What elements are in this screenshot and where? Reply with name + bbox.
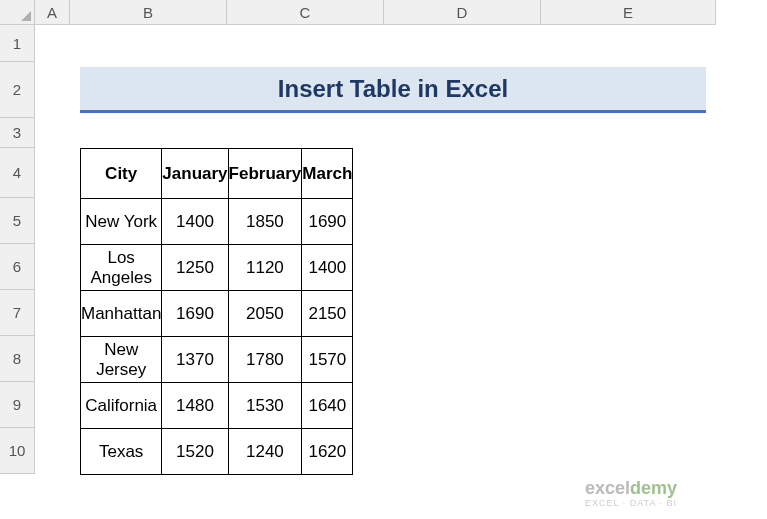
col-header-D[interactable]: D — [384, 0, 541, 24]
header-february[interactable]: February — [228, 149, 302, 199]
cell-value[interactable]: 1530 — [228, 383, 302, 429]
cell-value[interactable]: 1690 — [302, 199, 353, 245]
cell-city[interactable]: Manhattan — [81, 291, 162, 337]
col-header-C[interactable]: C — [227, 0, 384, 24]
cell-value[interactable]: 1640 — [302, 383, 353, 429]
row-header-10[interactable]: 10 — [0, 428, 34, 474]
cell-value[interactable]: 1520 — [162, 429, 228, 475]
cell-city[interactable]: New York — [81, 199, 162, 245]
watermark-tagline: EXCEL · DATA · BI — [585, 499, 677, 509]
table-row: Texas 1520 1240 1620 — [81, 429, 353, 475]
watermark-brand-prefix: excel — [585, 478, 630, 498]
header-january[interactable]: January — [162, 149, 228, 199]
cell-value[interactable]: 2150 — [302, 291, 353, 337]
cell-city[interactable]: California — [81, 383, 162, 429]
header-march[interactable]: March — [302, 149, 353, 199]
title-banner[interactable]: Insert Table in Excel — [80, 67, 706, 113]
cell-value[interactable]: 1400 — [302, 245, 353, 291]
select-all-corner[interactable] — [0, 0, 35, 25]
row-header-6[interactable]: 6 — [0, 244, 34, 290]
spreadsheet-view: A B C D E 1 2 3 4 5 6 7 8 9 10 Insert Ta… — [0, 0, 767, 519]
row-header-7[interactable]: 7 — [0, 290, 34, 336]
row-header-5[interactable]: 5 — [0, 198, 34, 244]
cell-value[interactable]: 1690 — [162, 291, 228, 337]
table-row: New Jersey 1370 1780 1570 — [81, 337, 353, 383]
row-header-1[interactable]: 1 — [0, 25, 34, 62]
corner-triangle-icon — [21, 11, 31, 21]
row-header-3[interactable]: 3 — [0, 118, 34, 148]
cell-city[interactable]: New Jersey — [81, 337, 162, 383]
cell-value[interactable]: 1570 — [302, 337, 353, 383]
cell-value[interactable]: 1370 — [162, 337, 228, 383]
cell-value[interactable]: 1780 — [228, 337, 302, 383]
row-header-2[interactable]: 2 — [0, 62, 34, 118]
cell-value[interactable]: 1850 — [228, 199, 302, 245]
cell-value[interactable]: 1620 — [302, 429, 353, 475]
header-city[interactable]: City — [81, 149, 162, 199]
row-header-9[interactable]: 9 — [0, 382, 34, 428]
cell-city[interactable]: Texas — [81, 429, 162, 475]
row-header-8[interactable]: 8 — [0, 336, 34, 382]
col-header-A[interactable]: A — [35, 0, 70, 24]
col-header-B[interactable]: B — [70, 0, 227, 24]
watermark: exceldemy EXCEL · DATA · BI — [585, 479, 677, 509]
watermark-brand-suffix: demy — [630, 478, 677, 498]
cell-value[interactable]: 1120 — [228, 245, 302, 291]
row-headers: 1 2 3 4 5 6 7 8 9 10 — [0, 25, 35, 474]
row-header-4[interactable]: 4 — [0, 148, 34, 198]
table-row: California 1480 1530 1640 — [81, 383, 353, 429]
cell-city[interactable]: Los Angeles — [81, 245, 162, 291]
table-header-row: City January February March — [81, 149, 353, 199]
data-table: City January February March New York 140… — [80, 148, 353, 475]
cell-value[interactable]: 1250 — [162, 245, 228, 291]
table-row: New York 1400 1850 1690 — [81, 199, 353, 245]
table-row: Los Angeles 1250 1120 1400 — [81, 245, 353, 291]
watermark-brand: exceldemy — [585, 479, 677, 499]
cell-value[interactable]: 1480 — [162, 383, 228, 429]
cell-value[interactable]: 1400 — [162, 199, 228, 245]
cell-value[interactable]: 1240 — [228, 429, 302, 475]
table-row: Manhattan 1690 2050 2150 — [81, 291, 353, 337]
cell-value[interactable]: 2050 — [228, 291, 302, 337]
col-header-E[interactable]: E — [541, 0, 716, 24]
column-headers: A B C D E — [35, 0, 716, 25]
